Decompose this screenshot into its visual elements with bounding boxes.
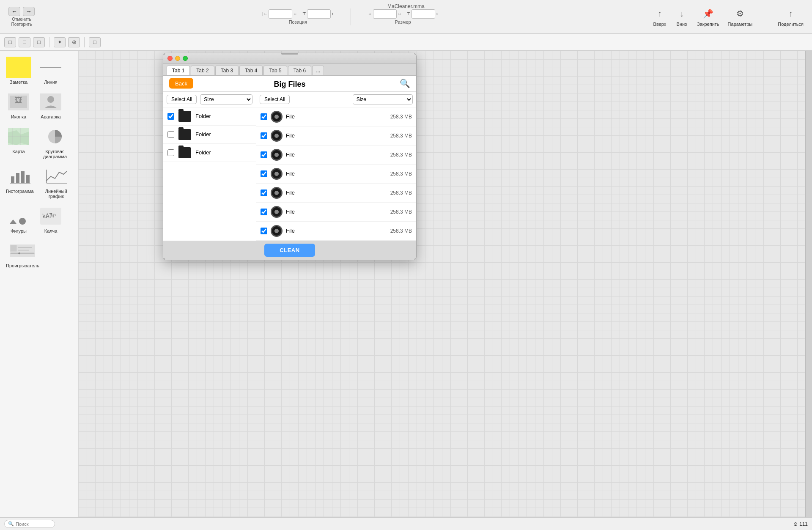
file-checkbox-4[interactable] xyxy=(261,170,267,177)
sidebar-item-line-chart[interactable]: Линейный график xyxy=(38,163,74,201)
scroll-right[interactable] xyxy=(805,51,812,517)
shapes-label: Фигуры xyxy=(11,228,27,233)
file-item-5[interactable]: File 258.3 MB xyxy=(256,184,416,203)
params-label: Параметры xyxy=(728,22,753,27)
tab-4[interactable]: Tab 4 xyxy=(239,66,263,75)
sidebar-item-bar[interactable]: Гистограмма xyxy=(3,163,36,201)
tb-btn-1[interactable]: □ xyxy=(4,37,16,47)
search-icon[interactable]: 🔍 xyxy=(400,78,410,88)
tb-btn-2[interactable]: □ xyxy=(19,37,30,47)
file-checkbox-3[interactable] xyxy=(261,151,267,158)
left-select-all-button[interactable]: Select All xyxy=(167,95,197,104)
file-checkbox-5[interactable] xyxy=(261,189,267,196)
redo-button[interactable]: → xyxy=(23,7,35,16)
undo-button[interactable]: ← xyxy=(8,7,20,16)
app-title: MaCleaner.mma xyxy=(387,3,425,9)
search-input[interactable] xyxy=(16,522,49,527)
modal-right-panel: Select All Size Name Date xyxy=(256,92,416,241)
y-arrow: ⊤ xyxy=(302,11,306,16)
action-params[interactable]: ⚙ Параметры xyxy=(728,7,753,27)
svg-rect-9 xyxy=(26,175,30,183)
file-item-7[interactable]: File 258.3 MB xyxy=(256,222,416,241)
folder-icon-1 xyxy=(178,111,191,122)
action-share[interactable]: ↑ Поделиться xyxy=(778,7,804,27)
modal-footer: CLEAN xyxy=(163,241,416,260)
svg-point-14 xyxy=(19,218,26,225)
sidebar-item-icon[interactable]: 🖼 Иконка xyxy=(3,89,34,122)
window-minimize-button[interactable] xyxy=(175,56,180,61)
resize-handle-tr[interactable] xyxy=(414,53,417,55)
main-content: Заметка Линия 🖼 Иконка Аватарка xyxy=(0,51,812,517)
sidebar-row-4: Гистограмма Линейный график xyxy=(3,163,74,201)
action-down[interactable]: ↓ Вниз xyxy=(675,7,689,27)
action-pin[interactable]: 📌 Закрепить xyxy=(697,7,719,27)
x-field: |← 1269 ↔ xyxy=(262,9,297,19)
sidebar-item-player[interactable]: Проигрыватель xyxy=(3,238,42,271)
y-input[interactable]: 1018 xyxy=(307,9,331,19)
modal-title: Big Files xyxy=(274,80,305,89)
sidebar-item-pie[interactable]: Круговая диаграмма xyxy=(36,124,74,162)
file-checkbox-2[interactable] xyxy=(261,132,267,139)
w-icon: ↔ xyxy=(368,11,372,16)
svg-text:🖼: 🖼 xyxy=(15,96,22,104)
h-input[interactable]: 691 xyxy=(411,9,435,19)
tab-2[interactable]: Tab 2 xyxy=(191,66,214,75)
item-count-group: ⊙ 111 xyxy=(793,521,808,527)
x-arrow-left: |← xyxy=(262,11,268,16)
file-icon-4 xyxy=(271,168,283,180)
w-input[interactable]: 854 xyxy=(373,9,397,19)
file-item-6[interactable]: File 258.3 MB xyxy=(256,203,416,222)
sidebar-item-line[interactable]: Линия xyxy=(36,54,66,87)
folder-item-2[interactable]: Folder xyxy=(163,126,256,144)
captcha-label: Калча xyxy=(44,228,58,233)
left-sort-select[interactable]: Size Name Date xyxy=(200,94,252,104)
resize-handle-bl[interactable] xyxy=(163,258,165,260)
resize-handle-br[interactable] xyxy=(414,258,417,260)
svg-marker-13 xyxy=(10,220,16,224)
tb-btn-3[interactable]: □ xyxy=(33,37,45,47)
file-item-3[interactable]: File 258.3 MB xyxy=(256,146,416,165)
sidebar-item-avatar[interactable]: Аватарка xyxy=(36,89,66,122)
file-item-4[interactable]: File 258.3 MB xyxy=(256,165,416,184)
tab-5[interactable]: Tab 5 xyxy=(263,66,287,75)
window-close-button[interactable] xyxy=(167,56,173,61)
file-item-2[interactable]: File 258.3 MB xyxy=(256,126,416,146)
sidebar-item-shapes[interactable]: Фигуры xyxy=(3,203,34,236)
tb-btn-5[interactable]: ⊕ xyxy=(68,37,80,47)
sidebar-item-map[interactable]: Карта xyxy=(3,124,34,162)
map-widget xyxy=(6,126,31,147)
w-field: ↔ 854 ↔ xyxy=(368,9,402,19)
svg-rect-19 xyxy=(11,245,17,252)
file-checkbox-7[interactable] xyxy=(261,228,267,234)
clean-button[interactable]: CLEAN xyxy=(264,244,315,257)
file-item-1[interactable]: File 258.3 MB xyxy=(256,107,416,126)
back-button[interactable]: Back xyxy=(169,78,193,89)
x-input[interactable]: 1269 xyxy=(269,9,292,19)
tab-6[interactable]: Tab 6 xyxy=(288,66,311,75)
pin-label: Закрепить xyxy=(697,22,719,27)
file-checkbox-1[interactable] xyxy=(261,113,267,120)
modal-body: Back Big Files 🔍 Select All Size xyxy=(163,76,416,241)
sidebar-item-note[interactable]: Заметка xyxy=(3,54,34,87)
tb-btn-4[interactable]: ✦ xyxy=(54,37,66,47)
tab-1[interactable]: Tab 1 xyxy=(167,66,190,75)
tb-btn-6[interactable]: □ xyxy=(89,37,101,47)
window-maximize-button[interactable] xyxy=(183,56,188,61)
undo-redo-buttons: ← → xyxy=(8,7,35,16)
folder-item-3[interactable]: Folder xyxy=(163,144,256,162)
action-up[interactable]: ↑ Вверх xyxy=(653,7,667,27)
resize-handle-top[interactable] xyxy=(281,53,298,55)
file-checkbox-6[interactable] xyxy=(261,209,267,215)
folder-checkbox-1[interactable] xyxy=(167,113,174,120)
tb-sep xyxy=(49,37,49,47)
tab-3[interactable]: Tab 3 xyxy=(215,66,239,75)
file-size-5: 258.3 MB xyxy=(390,190,412,196)
tab-more[interactable]: ... xyxy=(312,66,324,75)
avatar-widget xyxy=(38,91,63,113)
folder-checkbox-2[interactable] xyxy=(167,131,174,138)
sidebar-item-captcha[interactable]: kA7 mP Калча xyxy=(36,203,66,236)
folder-checkbox-3[interactable] xyxy=(167,149,174,156)
folder-item-1[interactable]: Folder xyxy=(163,107,256,126)
right-select-all-button[interactable]: Select All xyxy=(260,95,290,104)
right-sort-select[interactable]: Size Name Date xyxy=(353,94,413,104)
